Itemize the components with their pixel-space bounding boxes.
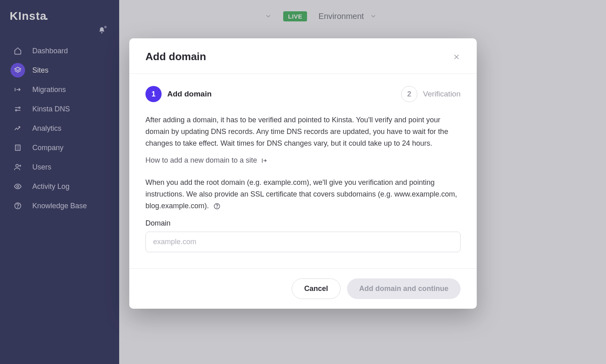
step-label: Verification <box>423 90 461 98</box>
close-icon <box>452 53 461 61</box>
modal-overlay[interactable]: Add domain 1 Add domain 2 Verification A… <box>0 0 606 364</box>
modal-title: Add domain <box>145 50 206 63</box>
step-number: 1 <box>145 86 162 102</box>
svg-point-8 <box>217 207 217 208</box>
add-domain-modal: Add domain 1 Add domain 2 Verification A… <box>129 38 477 309</box>
step-verification: 2 Verification <box>401 86 461 102</box>
doc-link[interactable]: How to add a new domain to a site <box>145 156 267 165</box>
instructions-2-text: When you add the root domain (e.g. examp… <box>145 178 457 210</box>
question-circle-icon <box>213 203 221 210</box>
close-button[interactable] <box>452 53 461 61</box>
domain-input[interactable] <box>145 232 461 252</box>
instructions-2: When you add the root domain (e.g. examp… <box>145 177 461 211</box>
doc-link-text: How to add a new domain to a site <box>145 156 257 165</box>
domain-field-label: Domain <box>145 219 461 228</box>
step-add-domain: 1 Add domain <box>145 86 212 102</box>
instructions-1: After adding a domain, it has to be veri… <box>145 114 461 149</box>
add-domain-continue-button[interactable]: Add domain and continue <box>347 278 461 299</box>
cancel-button[interactable]: Cancel <box>292 278 341 299</box>
help-tooltip[interactable] <box>213 203 221 210</box>
step-number: 2 <box>401 86 417 102</box>
external-link-icon <box>260 157 267 164</box>
step-indicator: 1 Add domain 2 Verification <box>145 86 461 102</box>
step-label: Add domain <box>167 90 212 98</box>
